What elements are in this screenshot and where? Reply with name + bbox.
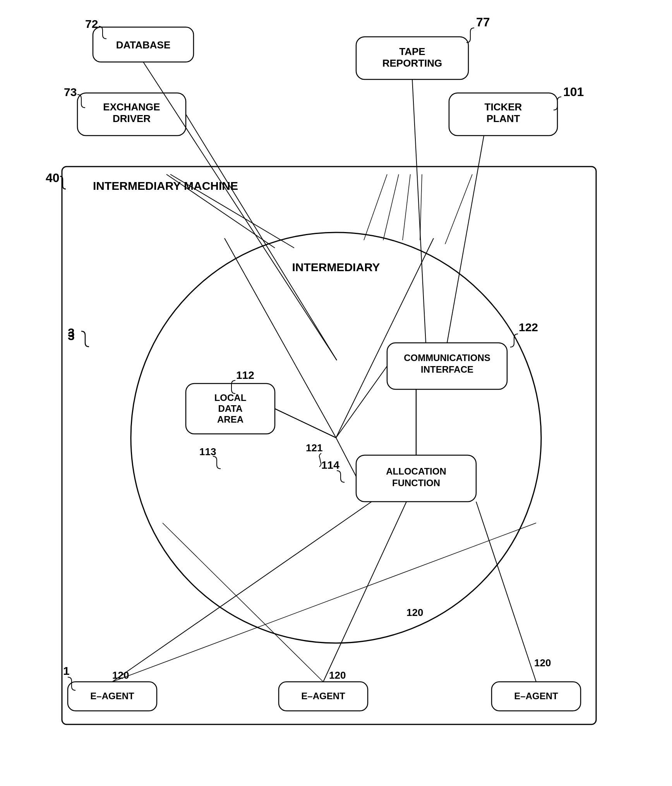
ref-101: 101 <box>563 85 584 99</box>
e-agent-3-label: E–AGENT <box>514 691 558 701</box>
ref-120c: 120 <box>534 657 551 669</box>
local-data-line3: AREA <box>217 414 243 425</box>
local-data-line1: LOCAL <box>214 392 247 403</box>
allocation-function-line1: ALLOCATION <box>386 466 446 476</box>
ref-40: 40 <box>46 171 60 185</box>
ref-120d: 120 <box>406 607 423 618</box>
ref-3-label: 3 <box>68 329 75 343</box>
intermediary-label: INTERMEDIARY <box>292 261 380 273</box>
ref-112: 112 <box>236 369 254 381</box>
ticker-plant-line1: TICKER <box>485 101 522 113</box>
ref-77: 77 <box>476 15 490 29</box>
ref-72: 72 <box>85 17 98 30</box>
comms-interface-line2: INTERFACE <box>421 364 473 375</box>
ref-121: 121 <box>306 442 322 454</box>
ref-114: 114 <box>321 459 339 471</box>
database-label: DATABASE <box>116 39 171 51</box>
allocation-function-line2: FUNCTION <box>392 478 440 488</box>
local-data-line2: DATA <box>218 403 242 414</box>
exchange-driver-line2: DRIVER <box>113 113 151 124</box>
ref-113: 113 <box>199 446 216 457</box>
ref-1: 1 <box>63 664 70 677</box>
tape-reporting-line2: REPORTING <box>382 57 442 69</box>
e-agent-2-label: E–AGENT <box>301 691 345 701</box>
exchange-driver-line1: EXCHANGE <box>103 101 160 113</box>
diagram-svg: INTERMEDIARY MACHINE 40 INTERMEDIARY 3 D… <box>0 0 672 786</box>
e-agent-1-label: E–AGENT <box>90 691 134 701</box>
ref-73: 73 <box>64 86 77 98</box>
ticker-plant-line2: PLANT <box>487 113 520 124</box>
diagram-container: INTERMEDIARY MACHINE 40 INTERMEDIARY 3 D… <box>0 0 672 786</box>
ref-122: 122 <box>519 321 538 334</box>
comms-interface-line1: COMMUNICATIONS <box>404 353 490 363</box>
intermediary-machine-label: INTERMEDIARY MACHINE <box>93 179 238 192</box>
tape-reporting-line1: TAPE <box>399 46 425 57</box>
ref-120a: 120 <box>112 669 129 681</box>
ref-120b: 120 <box>329 669 346 681</box>
